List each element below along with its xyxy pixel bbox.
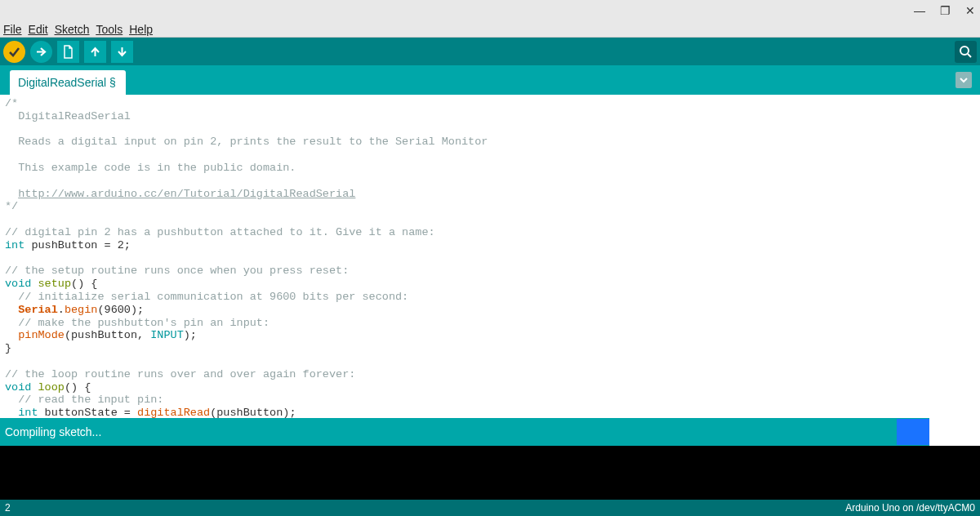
code-token: void <box>5 381 31 394</box>
menu-help[interactable]: Help <box>127 22 154 37</box>
arrow-right-icon <box>35 46 47 58</box>
code-token: int <box>18 407 38 418</box>
board-port-label: Arduino Uno on /dev/ttyACM0 <box>845 502 975 514</box>
code-token <box>31 381 38 394</box>
code-line: // make the pushbutton's pin an input: <box>5 317 270 329</box>
verify-button[interactable] <box>3 41 25 63</box>
compile-progress <box>537 418 929 446</box>
progress-track <box>929 418 980 446</box>
chevron-down-icon <box>959 75 969 85</box>
status-bar: Compiling sketch... <box>0 418 980 446</box>
code-line: */ <box>5 200 18 212</box>
code-token: loop <box>38 381 65 394</box>
code-token: digitalRead <box>137 407 210 418</box>
window-close-icon[interactable]: ✕ <box>965 4 975 17</box>
sketch-tab-bar: DigitalReadSerial § <box>0 65 980 95</box>
code-line: DigitalReadSerial <box>5 110 131 122</box>
window-maximize-icon[interactable]: ❐ <box>940 4 951 17</box>
code-line: } <box>5 342 11 354</box>
code-token: . <box>58 304 65 316</box>
code-token <box>31 278 38 290</box>
menu-tools[interactable]: Tools <box>95 22 125 37</box>
toolbar <box>0 38 980 65</box>
code-token: int <box>5 239 24 251</box>
code-line: Reads a digital input on pin 2, prints t… <box>5 136 488 148</box>
code-token: void <box>5 278 31 290</box>
check-icon <box>8 46 20 58</box>
code-token: Serial <box>18 304 58 316</box>
tab-digitalreadserial[interactable]: DigitalReadSerial § <box>10 70 126 95</box>
serial-monitor-button[interactable] <box>955 41 977 63</box>
code-token: () { <box>71 278 97 290</box>
code-token <box>5 329 18 341</box>
code-line: // initialize serial communication at 96… <box>5 291 408 303</box>
file-icon <box>62 45 74 59</box>
status-message: Compiling sketch... <box>0 425 101 438</box>
menu-sketch[interactable]: Sketch <box>53 22 91 37</box>
output-console[interactable] <box>0 446 980 500</box>
code-line: This example code is in the public domai… <box>5 162 296 174</box>
menu-file[interactable]: File <box>2 22 24 37</box>
window-titlebar: — ❐ ✕ <box>0 0 980 21</box>
code-line <box>5 188 18 200</box>
tab-menu-button[interactable] <box>956 72 972 88</box>
menu-bar: File Edit Sketch Tools Help <box>0 21 980 38</box>
code-line: // the setup routine runs once when you … <box>5 265 349 277</box>
code-token: pushButton = 2; <box>24 239 131 251</box>
code-line: // read the input pin: <box>5 394 163 406</box>
code-token: begin <box>65 304 98 316</box>
arrow-down-icon <box>116 46 128 58</box>
code-token <box>5 407 18 418</box>
code-line: // the loop routine runs over and over a… <box>5 368 355 380</box>
code-link[interactable]: http://www.arduino.cc/en/Tutorial/Digita… <box>18 188 355 200</box>
code-token: (9600); <box>97 304 144 316</box>
open-sketch-button[interactable] <box>84 41 106 63</box>
save-sketch-button[interactable] <box>111 41 133 63</box>
magnifier-icon <box>959 45 973 59</box>
code-token: pinMode <box>18 329 65 341</box>
new-sketch-button[interactable] <box>57 41 79 63</box>
upload-button[interactable] <box>30 41 52 63</box>
code-token: setup <box>38 278 72 290</box>
code-token: ); <box>184 329 197 341</box>
code-token: (pushButton, <box>65 329 150 341</box>
code-editor[interactable]: /* DigitalReadSerial Reads a digital inp… <box>0 95 980 418</box>
svg-point-0 <box>960 47 969 55</box>
code-token: buttonState = <box>38 407 138 418</box>
code-token: (pushButton); <box>210 407 296 418</box>
code-line: /* <box>5 97 18 109</box>
code-line: // digital pin 2 has a pushbutton attach… <box>5 226 435 238</box>
window-minimize-icon[interactable]: — <box>914 4 925 17</box>
arrow-up-icon <box>89 46 101 58</box>
code-token: () { <box>65 381 91 394</box>
code-token: INPUT <box>150 329 184 341</box>
footer-bar: 2 Arduino Uno on /dev/ttyACM0 <box>0 500 980 516</box>
line-number: 2 <box>5 502 11 514</box>
progress-fill <box>897 419 929 445</box>
menu-edit[interactable]: Edit <box>27 22 50 37</box>
code-token <box>5 304 18 316</box>
